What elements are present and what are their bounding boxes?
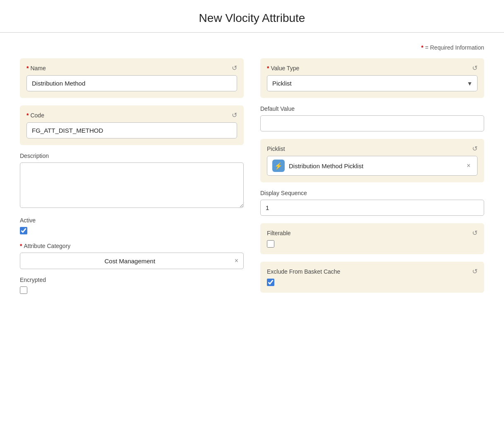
exclude-basket-cache-checkbox[interactable] — [267, 279, 274, 286]
encrypted-field-group: Encrypted — [20, 277, 244, 294]
display-sequence-label: Display Sequence — [260, 190, 484, 196]
filterable-checkbox[interactable] — [267, 240, 274, 248]
default-value-label: Default Value — [260, 105, 484, 112]
filterable-label: Filterable ↺ — [267, 229, 478, 237]
name-field-group: * Name ↺ — [20, 58, 244, 98]
code-reset-icon[interactable]: ↺ — [232, 111, 237, 119]
picklist-lightning-icon: ⚡ — [272, 160, 285, 172]
picklist-label: Picklist ↺ — [267, 145, 478, 153]
active-field-group: Active — [20, 217, 244, 234]
attribute-category-remove-icon[interactable]: × — [235, 257, 238, 265]
code-input[interactable] — [26, 122, 237, 138]
required-star: * — [421, 44, 423, 51]
attribute-category-selected[interactable]: Cost Management × — [20, 253, 244, 269]
value-type-field-group: * Value Type ↺ Picklist Text Number Bool… — [260, 58, 484, 98]
display-sequence-field-group: Display Sequence — [260, 190, 484, 216]
filterable-reset-icon[interactable]: ↺ — [472, 229, 478, 237]
name-input[interactable] — [26, 75, 237, 91]
description-input[interactable] — [20, 162, 244, 208]
code-label: * Code ↺ — [26, 111, 237, 119]
encrypted-label: Encrypted — [20, 277, 244, 283]
picklist-selected-label: Distribution Method Picklist — [289, 162, 461, 169]
code-field-group: * Code ↺ — [20, 105, 244, 145]
name-reset-icon[interactable]: ↺ — [232, 64, 237, 72]
display-sequence-input[interactable] — [260, 200, 484, 216]
name-label: * Name ↺ — [26, 64, 237, 72]
required-note: * = Required Information — [0, 40, 504, 58]
picklist-selected-item: ⚡ Distribution Method Picklist × — [267, 156, 478, 176]
default-value-input[interactable] — [260, 115, 484, 131]
attribute-category-field-group: * Attribute Category Cost Management × — [20, 243, 244, 269]
exclude-basket-cache-field-group: Exclude From Basket Cache ↺ — [260, 262, 484, 293]
picklist-field-group: Picklist ↺ ⚡ Distribution Method Picklis… — [260, 139, 484, 182]
picklist-remove-icon[interactable]: × — [465, 161, 472, 170]
value-type-label: * Value Type ↺ — [267, 64, 478, 72]
exclude-basket-cache-reset-icon[interactable]: ↺ — [472, 267, 478, 275]
description-label: Description — [20, 153, 244, 159]
value-type-select[interactable]: Picklist Text Number Boolean Date — [267, 75, 478, 91]
value-type-reset-icon[interactable]: ↺ — [472, 64, 478, 72]
filterable-field-group: Filterable ↺ — [260, 223, 484, 254]
encrypted-checkbox[interactable] — [20, 286, 27, 294]
value-type-select-wrapper: Picklist Text Number Boolean Date ▼ — [267, 75, 478, 91]
active-label: Active — [20, 217, 244, 224]
page-title: New Vlocity Attribute — [0, 0, 504, 33]
attribute-category-label: * Attribute Category — [20, 243, 244, 249]
default-value-field-group: Default Value — [260, 105, 484, 131]
picklist-reset-icon[interactable]: ↺ — [472, 145, 478, 153]
description-field-group: Description — [20, 153, 244, 210]
active-checkbox[interactable] — [20, 227, 27, 234]
exclude-basket-cache-label: Exclude From Basket Cache ↺ — [267, 267, 478, 275]
